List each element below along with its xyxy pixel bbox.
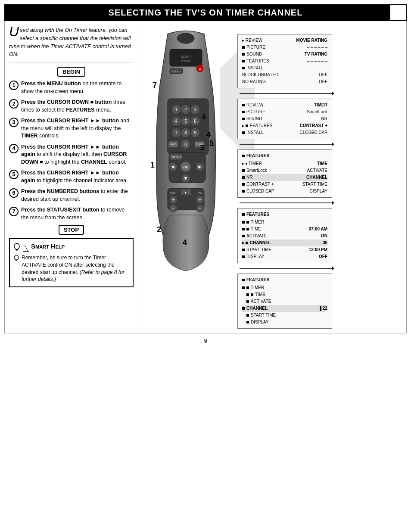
svg-text:6: 6 [193, 118, 196, 124]
screen-1: ▸ REVIEW MOVIE RATING PICTURE – – – – – … [237, 34, 332, 88]
svg-rect-6 [16, 260, 17, 261]
svg-marker-73 [332, 92, 334, 95]
screen-4: FEATURES TIMER TIME 07:00 AM ACTIVATE ON… [237, 208, 332, 263]
right-panel: SLEEP POWER ⏻ SLEEP 7 1 [138, 21, 406, 333]
svg-text:MENU: MENU [171, 156, 181, 159]
screen2-row-review: REVIEW TIMER [242, 102, 327, 109]
screen4-row-activate: ACTIVATE ON [242, 233, 327, 240]
remote-svg: SLEEP POWER ⏻ SLEEP 7 1 [144, 25, 228, 284]
arrow-3-to-4 [240, 201, 402, 205]
screen1-row-norating: NO RATING OFF [242, 78, 327, 85]
svg-text:OK: OK [183, 165, 188, 169]
begin-button[interactable]: BEGIN [57, 67, 85, 77]
svg-point-7 [177, 33, 194, 44]
svg-text:5: 5 [209, 139, 214, 148]
stop-button[interactable]: STOP [59, 225, 84, 235]
step-3-number: 3 [9, 118, 19, 127]
smart-help-title: Smart Help [31, 243, 65, 250]
intro-body: sed along with the On Timer feature, you… [9, 27, 131, 57]
header-corner-box [389, 4, 407, 21]
svg-text:►: ► [197, 164, 202, 170]
page-wrapper: Selecting the TV's On Timer Channel U se… [0, 4, 411, 532]
lightbulb-small-icon [13, 255, 19, 263]
screen3-row-smartlock: SmartLock ACTIVATE [242, 167, 327, 174]
step-3: 3 Press the CURSOR RIGHT ►► button and t… [9, 117, 134, 140]
screen5-row-starttime: START TIME [242, 312, 327, 319]
screens-container: ▸ REVIEW MOVIE RATING PICTURE – – – – – … [233, 34, 402, 329]
svg-text:7: 7 [174, 130, 177, 135]
screen4-row-channel: ▸ CHANNEL 30 [242, 240, 327, 246]
screen1-row-review: ▸ REVIEW MOVIE RATING [242, 37, 327, 44]
svg-text:-: - [199, 205, 200, 212]
svg-text:1: 1 [174, 107, 177, 112]
step-4: 4 Press the CURSOR RIGHT ►► button again… [9, 143, 134, 166]
svg-text:6: 6 [202, 113, 206, 121]
screen5-row-activate: ACTIVATE [242, 298, 327, 305]
intro-text: U sed along with the On Timer feature, y… [9, 26, 134, 62]
screen2-row-picture: PICTURE SmartLock [242, 109, 327, 115]
screen1-row-sound: SOUND TV RATING [242, 51, 327, 58]
step-1-text: Press the MENU button on the remote to s… [21, 80, 134, 95]
screen3-row-contrast: CONTRAST + START TIME [242, 181, 327, 188]
step-6-number: 6 [9, 188, 19, 198]
step-2: 2 Press the CURSOR DOWN ■ button three t… [9, 99, 134, 114]
step-7-text: Press the STATUS/EXIT button to remove t… [21, 206, 134, 221]
step-7-number: 7 [9, 207, 19, 216]
screen3-row-timer: ▸ TIMER TIME [242, 160, 327, 167]
main-content: U sed along with the On Timer feature, y… [4, 21, 407, 333]
svg-text:▼: ▼ [183, 175, 188, 181]
svg-text:VOL: VOL [170, 192, 176, 195]
step-4-text: Press the CURSOR RIGHT ►► button again t… [21, 143, 134, 166]
drop-cap: U [9, 26, 19, 37]
svg-text:2: 2 [184, 107, 187, 112]
screen3-header: FEATURES [242, 152, 327, 159]
svg-marker-75 [332, 143, 334, 146]
screen-2: REVIEW TIMER PICTURE SmartLock SOUND NR [237, 99, 332, 139]
arrow-4-to-5 [240, 267, 402, 270]
step-4-number: 4 [9, 144, 19, 153]
svg-text:4: 4 [183, 238, 187, 247]
svg-text:1: 1 [150, 161, 155, 169]
step-7: 7 Press the STATUS/EXIT button to remove… [9, 206, 134, 221]
svg-point-0 [14, 243, 19, 249]
connector-arrow-3 [240, 201, 334, 205]
svg-text:2: 2 [157, 225, 161, 234]
svg-text:3: 3 [200, 143, 204, 152]
step-6-text: Press the NUMBERED buttons to enter the … [21, 188, 134, 203]
screen5-row-time: TIME [242, 291, 327, 298]
page-header: Selecting the TV's On Timer Channel [4, 4, 407, 21]
screen5-row-channel: CHANNEL ▐ 22 [242, 305, 327, 312]
page-title: Selecting the TV's On Timer Channel [109, 8, 303, 17]
smart-help-text: Remember, be sure to turn the Timer ACTI… [22, 254, 129, 283]
arrow-1-to-2 [240, 92, 402, 95]
svg-text:0: 0 [184, 142, 187, 147]
step-1-number: 1 [9, 81, 19, 90]
svg-text:POWER: POWER [181, 60, 190, 62]
screen1-row-block: BLOCK UNRATED OFF [242, 72, 327, 78]
connector-arrow-4 [240, 267, 334, 270]
svg-text:+: + [198, 196, 202, 203]
svg-text:SLEEP: SLEEP [172, 70, 180, 73]
screen4-row-timer: TIMER [242, 219, 327, 226]
screen5-header: FEATURES [242, 277, 327, 283]
left-panel: U sed along with the On Timer feature, y… [5, 21, 138, 333]
step-2-text: Press the CURSOR DOWN ■ button three tim… [21, 99, 134, 114]
svg-text:3: 3 [193, 107, 196, 112]
svg-text:4: 4 [206, 131, 211, 139]
svg-rect-2 [16, 250, 18, 251]
lightbulb-icon [13, 243, 20, 252]
step-2-number: 2 [9, 99, 19, 109]
screen1-row-install: INSTALL [242, 65, 327, 72]
screen-5: FEATURES TIMER TIME ACTIVATE CHANNEL ▐ 2… [237, 274, 332, 329]
step-5-number: 5 [9, 170, 19, 179]
smart-help-box: ╲ Smart Help Remember, be sure to turn t… [9, 238, 134, 287]
step-5: 5 Press the CURSOR RIGHT ►► button again… [9, 169, 134, 184]
screen5-row-timer: TIMER [242, 284, 327, 291]
screen-3: FEATURES ▸ TIMER TIME SmartLock ACTIVATE… [237, 149, 332, 198]
step-5-text: Press the CURSOR RIGHT ►► button again t… [21, 169, 134, 184]
screen2-row-sound: SOUND NR [242, 115, 327, 122]
svg-text:4: 4 [174, 118, 177, 124]
screen5-row-display: DISPLAY [242, 319, 327, 326]
step-3-text: Press the CURSOR RIGHT ►► button and the… [21, 117, 134, 140]
step-1: 1 Press the MENU button on the remote to… [9, 80, 134, 95]
